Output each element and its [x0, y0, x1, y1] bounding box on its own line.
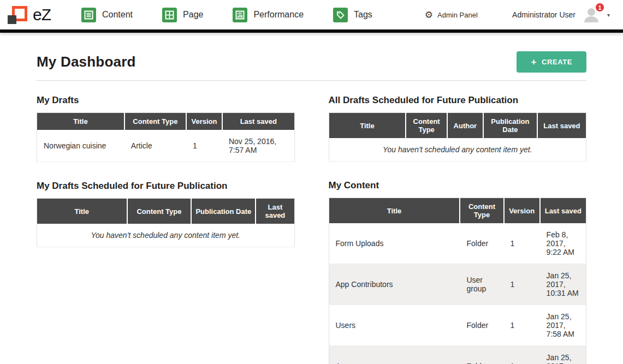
chevron-down-icon[interactable]: ▾: [607, 12, 610, 18]
table-header-row: TitleContent TypeVersionLast saved: [37, 113, 295, 130]
table-cell: Form Uploads: [329, 223, 460, 264]
my-content-table: TitleContent TypeVersionLast savedForm U…: [329, 198, 587, 364]
page-title: My Dashboard: [37, 53, 136, 70]
top-navbar: eZ Content Page: [0, 0, 623, 33]
page-icon: [162, 8, 177, 22]
notification-badge[interactable]: 1: [595, 3, 604, 12]
table-row[interactable]: App ContributorsUser group1Jan 25, 2017,…: [329, 264, 586, 305]
performance-icon: [233, 8, 247, 22]
panel-title: My Drafts: [37, 95, 295, 106]
column-header: Title: [37, 199, 127, 224]
column-header: Content Type: [124, 113, 186, 130]
panel-title: My Drafts Scheduled for Future Publicati…: [37, 181, 295, 192]
table-cell: User group: [460, 264, 503, 305]
column-header: Version: [504, 198, 540, 224]
page-header: My Dashboard + CREATE: [37, 46, 586, 81]
column-header: Content Type: [406, 113, 447, 139]
ez-logo[interactable]: eZ: [8, 4, 51, 25]
table-cell: Feb 8, 2017, 9:22 AM: [540, 223, 586, 264]
column-header: Publication Date: [191, 199, 256, 224]
create-button-label: CREATE: [542, 58, 572, 66]
admin-panel-menu[interactable]: ⚙ Admin Panel: [425, 10, 478, 20]
column-header: Content Type: [460, 198, 503, 224]
table-cell: Folder: [460, 346, 503, 364]
table-header-row: TitleContent TypePublication DateLast sa…: [37, 199, 295, 224]
plus-icon: +: [531, 58, 537, 66]
empty-state-row: You haven't scheduled any content item y…: [37, 224, 295, 247]
table-cell: Jan 25, 2017, 10:31 AM: [540, 264, 586, 305]
table-cell: App: [329, 346, 460, 364]
panel-title: My Content: [329, 180, 587, 191]
table-cell: 1: [504, 264, 540, 305]
table-cell: Jan 25, 2017, 7:58 AM: [540, 305, 586, 346]
column-header: Last saved: [537, 113, 586, 139]
all-drafts-scheduled-table: TitleContent TypeAuthorPublication DateL…: [329, 112, 587, 162]
nav-label-performance: Performance: [253, 10, 304, 20]
table-cell: Nov 25, 2016, 7:57 AM: [222, 130, 294, 162]
table-row[interactable]: Form UploadsFolder1Feb 8, 2017, 9:22 AM: [329, 223, 586, 264]
table-cell: Norwegian cuisine: [37, 130, 124, 162]
nav-item-page[interactable]: Page: [162, 8, 203, 22]
empty-state-message: You haven't scheduled any content item y…: [37, 224, 295, 247]
column-header: Author: [447, 113, 483, 139]
user-name: Administrator User: [512, 10, 575, 19]
dashboard-columns: My Drafts TitleContent TypeVersionLast s…: [37, 95, 586, 364]
column-header: Last saved: [256, 199, 294, 224]
table-row[interactable]: UsersFolder1Jan 25, 2017, 7:58 AM: [329, 305, 586, 346]
dashboard-main: My Dashboard + CREATE My Drafts TitleCon…: [0, 33, 623, 364]
my-drafts-scheduled-table: TitleContent TypePublication DateLast sa…: [37, 198, 295, 247]
nav-label-page: Page: [183, 10, 203, 20]
column-header: Title: [37, 113, 124, 130]
table-cell: App Contributors: [329, 264, 460, 305]
nav-item-content[interactable]: Content: [81, 8, 133, 22]
panel-title: All Drafts Scheduled for Future Publicat…: [329, 95, 587, 106]
panel-my-content: My Content TitleContent TypeVersionLast …: [329, 180, 587, 364]
table-header-row: TitleContent TypeVersionLast saved: [329, 198, 586, 224]
table-cell: Article: [124, 130, 186, 162]
table-cell: Users: [329, 305, 460, 346]
left-column: My Drafts TitleContent TypeVersionLast s…: [37, 95, 295, 364]
column-header: Last saved: [222, 113, 294, 130]
gear-icon: ⚙: [425, 10, 433, 20]
table-cell: 1: [186, 130, 222, 162]
admin-panel-label: Admin Panel: [437, 11, 478, 19]
panel-my-drafts-scheduled: My Drafts Scheduled for Future Publicati…: [37, 181, 295, 247]
table-row[interactable]: Norwegian cuisineArticle1Nov 25, 2016, 7…: [37, 130, 295, 162]
column-header: Publication Date: [483, 113, 537, 139]
panel-all-drafts-scheduled: All Drafts Scheduled for Future Publicat…: [329, 95, 587, 162]
logo-text: eZ: [33, 5, 51, 24]
tags-icon: [333, 8, 348, 22]
create-button[interactable]: + CREATE: [517, 51, 586, 73]
logo-filled-square: [8, 15, 16, 24]
table-cell: 1: [504, 223, 540, 264]
column-header: Title: [329, 198, 460, 224]
nav-item-performance[interactable]: Performance: [233, 8, 304, 22]
table-cell: 1: [504, 305, 540, 346]
nav-label-content: Content: [102, 10, 133, 20]
empty-state-row: You haven't scheduled any content item y…: [329, 138, 586, 162]
table-row[interactable]: AppFolder1Jan 25, 2017, 7:55 AM: [329, 346, 586, 364]
column-header: Content Type: [127, 199, 192, 224]
table-cell: Folder: [460, 223, 503, 264]
table-header-row: TitleContent TypeAuthorPublication DateL…: [329, 113, 586, 139]
right-column: All Drafts Scheduled for Future Publicat…: [329, 95, 587, 364]
table-cell: 1: [504, 346, 540, 364]
my-drafts-table: TitleContent TypeVersionLast savedNorweg…: [37, 112, 295, 162]
nav-item-tags[interactable]: Tags: [333, 8, 372, 22]
main-nav: Content Page Per: [81, 8, 372, 22]
column-header: Version: [186, 113, 222, 130]
content-icon: [81, 8, 96, 22]
table-cell: Folder: [460, 305, 503, 346]
column-header: Title: [329, 113, 406, 139]
table-cell: Jan 25, 2017, 7:55 AM: [540, 346, 586, 364]
panel-my-drafts: My Drafts TitleContent TypeVersionLast s…: [37, 95, 295, 162]
column-header: Last saved: [540, 198, 586, 224]
nav-label-tags: Tags: [354, 10, 372, 20]
ez-logo-icon: [8, 4, 31, 25]
empty-state-message: You haven't scheduled any content item y…: [329, 138, 586, 162]
navbar-user-area: Administrator User 1 ▾: [512, 7, 610, 22]
user-avatar[interactable]: 1: [582, 7, 601, 22]
